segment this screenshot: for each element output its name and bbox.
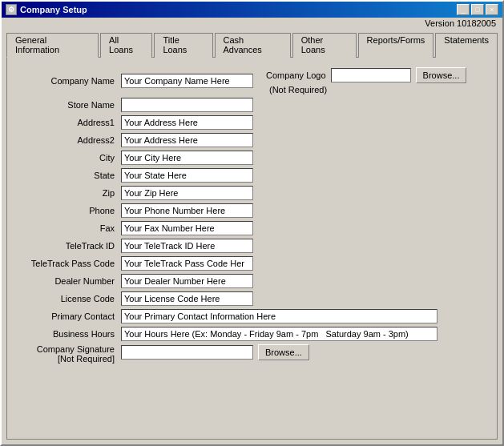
dealer-number-input[interactable] <box>121 274 253 288</box>
store-name-row: Store Name <box>17 98 487 112</box>
tabs-container: General Information All Loans Title Loan… <box>2 29 502 57</box>
window-title: Company Setup <box>20 5 87 14</box>
company-signature-row: Company Signature [Not Required] Browse.… <box>17 344 487 364</box>
fax-row: Fax <box>17 221 487 235</box>
tab-general-information[interactable]: General Information <box>6 33 99 58</box>
phone-label: Phone <box>17 206 121 215</box>
store-name-input[interactable] <box>121 98 253 112</box>
minimize-button[interactable]: _ <box>457 4 470 15</box>
business-hours-row: Business Hours <box>17 327 487 341</box>
store-name-label: Store Name <box>17 100 121 110</box>
state-row: State <box>17 168 487 183</box>
company-logo-not-required: (Not Required) <box>269 85 466 94</box>
main-window: ⚙ Company Setup _ □ × Version 10182005 G… <box>0 0 504 446</box>
tab-content: Company Name Company Logo Browse... (Not… <box>6 57 498 440</box>
primary-contact-row: Primary Contact <box>17 309 487 323</box>
address2-label: Address2 <box>17 135 121 145</box>
phone-row: Phone <box>17 203 487 218</box>
company-logo-label: Company Logo <box>266 70 326 80</box>
license-code-input[interactable] <box>121 291 253 306</box>
company-signature-label: Company Signature [Not Required] <box>17 344 121 364</box>
logo-row: Company Logo Browse... <box>266 67 466 83</box>
state-input[interactable] <box>121 168 253 183</box>
company-signature-input[interactable] <box>121 345 253 360</box>
teletrack-pass-row: TeleTrack Pass Code <box>17 256 487 271</box>
teletrack-id-row: TeleTrack ID <box>17 239 487 253</box>
tab-other-loans[interactable]: Other Loans <box>292 33 357 58</box>
company-name-label: Company Name <box>17 76 121 86</box>
license-code-label: License Code <box>17 294 121 303</box>
company-name-row: Company Name Company Logo Browse... (Not… <box>17 67 487 94</box>
fax-input[interactable] <box>121 221 253 235</box>
address1-row: Address1 <box>17 115 487 130</box>
state-label: State <box>17 171 121 180</box>
primary-contact-input[interactable] <box>121 309 437 323</box>
title-buttons: _ □ × <box>457 4 498 15</box>
address2-input[interactable] <box>121 133 253 147</box>
version-bar: Version 10182005 <box>2 18 502 29</box>
company-name-input[interactable] <box>121 74 253 88</box>
dealer-number-row: Dealer Number <box>17 274 487 288</box>
teletrack-id-label: TeleTrack ID <box>17 241 121 251</box>
title-bar-left: ⚙ Company Setup <box>6 4 87 15</box>
address1-input[interactable] <box>121 115 253 130</box>
company-logo-section: Company Logo Browse... (Not Required) <box>266 67 466 94</box>
license-code-row: License Code <box>17 291 487 306</box>
business-hours-label: Business Hours <box>17 329 121 339</box>
city-row: City <box>17 151 487 165</box>
teletrack-pass-label: TeleTrack Pass Code <box>17 259 121 268</box>
phone-input[interactable] <box>121 203 253 218</box>
zip-label: Zip <box>17 188 121 198</box>
city-label: City <box>17 153 121 163</box>
tab-title-loans[interactable]: Title Loans <box>154 33 212 58</box>
signature-input-area: Browse... <box>121 344 309 360</box>
tab-reports-forms[interactable]: Reports/Forms <box>358 33 434 58</box>
tab-cash-advances[interactable]: Cash Advances <box>215 33 291 58</box>
company-logo-browse-button[interactable]: Browse... <box>416 67 467 83</box>
version-text: Version 10182005 <box>425 18 496 28</box>
tab-statements[interactable]: Statements <box>435 33 498 58</box>
company-logo-input[interactable] <box>331 68 411 82</box>
address2-row: Address2 <box>17 133 487 147</box>
title-bar: ⚙ Company Setup _ □ × <box>2 2 502 18</box>
city-input[interactable] <box>121 151 253 165</box>
close-button[interactable]: × <box>486 4 498 15</box>
address1-label: Address1 <box>17 118 121 127</box>
fax-label: Fax <box>17 223 121 233</box>
tab-all-loans[interactable]: All Loans <box>100 33 152 58</box>
primary-contact-label: Primary Contact <box>17 311 121 321</box>
maximize-button[interactable]: □ <box>471 4 484 15</box>
dealer-number-label: Dealer Number <box>17 276 121 286</box>
zip-input[interactable] <box>121 186 253 200</box>
company-signature-browse-button[interactable]: Browse... <box>258 344 309 360</box>
teletrack-pass-input[interactable] <box>121 256 253 271</box>
business-hours-input[interactable] <box>121 327 437 341</box>
teletrack-id-input[interactable] <box>121 239 253 253</box>
zip-row: Zip <box>17 186 487 200</box>
window-icon: ⚙ <box>6 4 17 15</box>
